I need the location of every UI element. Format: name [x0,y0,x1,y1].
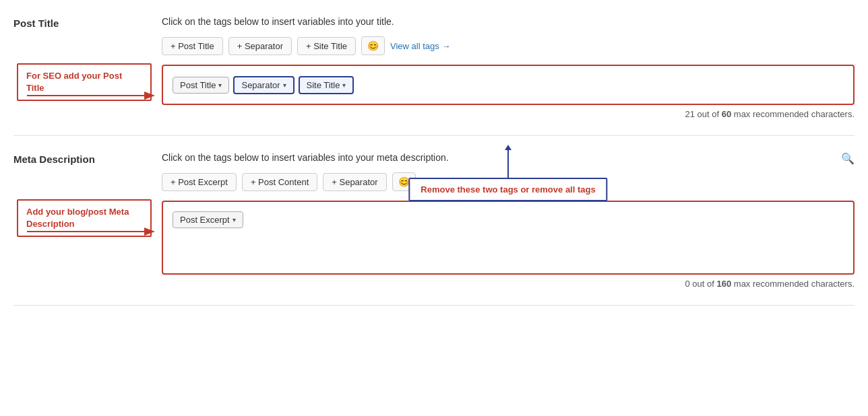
post-excerpt-token[interactable]: Post Excerpt ▾ [173,211,243,228]
view-all-tags-link[interactable]: View all tags → [390,41,450,51]
meta-char-count-value: 0 [685,279,690,289]
char-unit: max recommended characters. [734,109,855,119]
seo-annotation-box: For SEO add your Post Title [17,63,152,101]
post-title-label: Post Title [13,16,162,29]
add-post-excerpt-tag-btn[interactable]: + Post Excerpt [162,173,237,191]
post-title-text: Post Title [13,18,59,29]
chevron-down-icon: ▾ [283,81,286,89]
meta-char-max-value: 160 [716,279,731,289]
chevron-down-icon: ▾ [218,81,222,89]
meta-description-label: Meta Description [13,152,162,165]
post-title-section: Post Title Click on the tags below to in… [13,0,855,136]
char-max-value: 60 [722,109,731,119]
meta-char-count: 0 out of 160 max recommended characters. [162,279,855,289]
add-post-title-tag-btn[interactable]: + Post Title [162,37,223,55]
meta-input-area[interactable]: Post Excerpt ▾ [162,201,855,275]
post-title-token[interactable]: Post Title ▾ [173,77,229,94]
chevron-down-icon: ▾ [232,216,236,223]
meta-annotation-text: Add your blog/post Meta Description [26,207,129,229]
site-title-token[interactable]: Site Title ▾ [299,76,354,94]
add-separator-meta-tag-btn[interactable]: + Separator [323,173,386,191]
post-title-instruction: Click on the tags below to insert variab… [162,16,855,27]
char-count-value: 21 [685,109,695,119]
title-input-area[interactable]: Post Title ▾ Separator ▾ Site Title ▾ [162,65,855,105]
warning-box: Remove these two tags or remove all tags [408,178,607,201]
warning-text: Remove these two tags or remove all tags [421,184,595,195]
add-separator-tag-btn[interactable]: + Separator [228,37,292,55]
add-post-content-tag-btn[interactable]: + Post Content [242,173,317,191]
chevron-down-icon: ▾ [342,81,346,89]
separator-token[interactable]: Separator ▾ [233,76,294,94]
emoji-btn[interactable]: 😊 [361,36,385,55]
meta-description-text: Meta Description [13,153,95,165]
warning-arrow [507,149,509,178]
seo-annotation-text: For SEO add your Post Title [26,71,122,93]
meta-description-section: Meta Description 🔍 Click on the tags bel… [13,136,855,306]
meta-annotation-box: Add your blog/post Meta Description [17,199,152,237]
char-count: 21 out of 60 max recommended characters. [162,109,855,119]
add-site-title-tag-btn[interactable]: + Site Title [297,37,356,55]
meta-char-unit: max recommended characters. [734,279,855,289]
post-title-tags-row: + Post Title + Separator + Site Title 😊 … [162,36,855,55]
zoom-icon[interactable]: 🔍 [841,152,855,165]
